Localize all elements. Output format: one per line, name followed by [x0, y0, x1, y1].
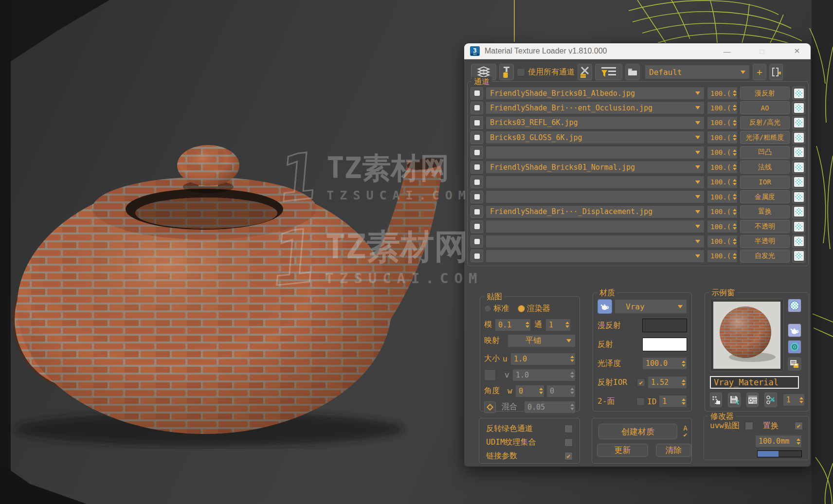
channel-preview-button[interactable] — [792, 131, 805, 144]
channel-preview-button[interactable] — [792, 250, 805, 263]
channel-enable-toggle[interactable] — [471, 250, 483, 262]
channel-amount-spinner[interactable]: 100.( — [707, 205, 738, 218]
channel-amount-spinner[interactable]: 100.( — [707, 131, 738, 144]
channel-preview-button[interactable] — [792, 161, 805, 174]
radio-renderer[interactable] — [518, 305, 525, 312]
channel-preview-button[interactable] — [792, 235, 805, 248]
update-button[interactable]: 更新 — [597, 444, 648, 457]
render-sample-button[interactable] — [788, 340, 801, 354]
channel-file-dropdown[interactable]: FriendlyShade_Bricks01_Normal.jpg — [486, 161, 705, 174]
displace-amount-spinner[interactable]: 100.0mm — [755, 435, 802, 448]
channel-slot-button[interactable]: 反射/高光 — [740, 116, 790, 129]
channel-amount-spinner[interactable]: 100.( — [707, 235, 738, 248]
channel-preview-button[interactable] — [792, 116, 805, 129]
use-all-channels-checkbox[interactable] — [517, 68, 525, 76]
save-material-button[interactable] — [728, 393, 740, 407]
udim-checkbox[interactable] — [564, 438, 573, 447]
sample-count-spinner[interactable]: 1 — [783, 394, 805, 406]
channel-slot-button[interactable]: 法线 — [740, 161, 790, 174]
create-material-button[interactable]: 创建材质 — [598, 424, 677, 439]
rename-preset-button[interactable] — [769, 64, 783, 80]
channel-preview-button[interactable] — [792, 87, 805, 100]
pin-add-button[interactable] — [499, 64, 514, 80]
mapping-dropdown[interactable]: 平铺 — [507, 334, 576, 347]
channel-file-dropdown[interactable] — [486, 190, 705, 203]
id-spinner[interactable]: 1 — [659, 395, 687, 408]
channel-file-dropdown[interactable]: Bricks03_GLOSS_6K.jpg — [486, 131, 705, 144]
reflect-ior-checkbox[interactable] — [637, 378, 645, 387]
preset-dropdown[interactable]: Default — [645, 65, 750, 79]
channel-slot-button[interactable]: 半透明 — [740, 235, 790, 248]
blur-spinner[interactable]: 0.1 — [495, 319, 531, 331]
diffuse-color-swatch[interactable] — [642, 319, 687, 332]
u-spinner[interactable]: 1.0 — [510, 353, 576, 365]
channel-file-dropdown[interactable] — [486, 176, 705, 189]
channel-enable-toggle[interactable] — [471, 87, 483, 100]
real-world-toggle[interactable] — [484, 401, 496, 413]
invert-green-checkbox[interactable] — [564, 425, 573, 433]
channel-amount-spinner[interactable]: 100.( — [707, 190, 738, 203]
channel-enable-toggle[interactable] — [471, 205, 483, 218]
channel-file-dropdown[interactable]: FriendlyShade_Bri···ent_Occlusion.jpg — [486, 101, 705, 114]
channel-file-dropdown[interactable]: FriendlyShade_Bricks01_Albedo.jpg — [486, 87, 705, 100]
channel-enable-toggle[interactable] — [471, 191, 483, 203]
map-channel-spinner[interactable]: 1 — [545, 319, 571, 331]
maximize-button[interactable]: □ — [754, 47, 770, 55]
channel-slot-button[interactable]: 不透明 — [740, 220, 790, 233]
channel-file-dropdown[interactable]: FriendlyShade_Bri···_Displacement.jpg — [486, 205, 705, 218]
open-folder-button[interactable] — [625, 64, 640, 80]
channel-enable-toggle[interactable] — [471, 146, 483, 159]
lock-uv-checkbox[interactable] — [484, 369, 496, 381]
uvw-map-checkbox[interactable] — [745, 422, 753, 430]
background-checker-button[interactable] — [788, 299, 801, 312]
channel-file-dropdown[interactable] — [486, 146, 705, 159]
w2-spinner[interactable]: 0 — [546, 385, 576, 397]
channel-enable-toggle[interactable] — [471, 161, 483, 174]
radio-standard[interactable] — [484, 305, 491, 312]
auto-checkbox[interactable] — [682, 432, 689, 438]
displace-checkbox[interactable] — [795, 422, 803, 430]
channel-slot-button[interactable]: IOR — [740, 176, 790, 189]
channel-enable-toggle[interactable] — [471, 131, 483, 144]
material-type-button[interactable] — [598, 299, 612, 314]
v-spinner[interactable]: 1.0 — [512, 369, 576, 381]
gloss-spinner[interactable]: 100.0 — [642, 357, 687, 370]
channel-slot-button[interactable]: 置换 — [740, 205, 790, 218]
clear-channels-button[interactable] — [578, 64, 592, 80]
channel-amount-spinner[interactable]: 100.( — [707, 101, 738, 114]
channel-enable-toggle[interactable] — [471, 176, 483, 188]
sample-teapot-button[interactable] — [788, 324, 801, 337]
ior-spinner[interactable]: 1.52 — [648, 376, 687, 389]
renderer-dropdown[interactable]: Vray — [615, 299, 687, 314]
add-preset-button[interactable]: + — [753, 64, 766, 80]
reflect-color-swatch[interactable] — [642, 338, 687, 351]
minimize-button[interactable]: — — [719, 47, 735, 55]
two-sided-checkbox[interactable] — [636, 397, 645, 406]
channel-slot-button[interactable]: 凹凸 — [740, 146, 790, 159]
channel-enable-toggle[interactable] — [471, 220, 483, 233]
channel-slot-button[interactable]: 自发光 — [740, 250, 790, 263]
slate-save-button[interactable] — [788, 357, 801, 371]
channel-slot-button[interactable]: 金属度 — [740, 190, 790, 203]
swap-nodes-button[interactable] — [764, 393, 777, 407]
channel-preview-button[interactable] — [792, 205, 805, 218]
link-params-checkbox[interactable] — [564, 452, 573, 460]
channel-preview-button[interactable] — [792, 101, 805, 114]
channel-enable-toggle[interactable] — [471, 102, 483, 114]
close-button[interactable]: ✕ — [789, 47, 805, 55]
channel-slot-button[interactable]: 光泽/粗糙度 — [740, 131, 790, 144]
channel-amount-spinner[interactable]: 100.( — [707, 220, 738, 233]
filter-button[interactable] — [595, 64, 622, 80]
material-name-input[interactable] — [710, 376, 799, 389]
assign-material-button[interactable] — [710, 393, 722, 407]
channel-file-dropdown[interactable]: Bricks03_REFL_6K.jpg — [486, 116, 705, 129]
blend-spinner[interactable]: 0.05 — [524, 401, 576, 414]
channel-amount-spinner[interactable]: 100.( — [707, 87, 738, 100]
channel-preview-button[interactable] — [792, 146, 805, 159]
channel-amount-spinner[interactable]: 100.( — [707, 116, 738, 129]
channel-file-dropdown[interactable] — [486, 235, 705, 248]
w-spinner[interactable]: 0 — [515, 385, 544, 397]
channel-enable-toggle[interactable] — [471, 116, 483, 129]
channel-amount-spinner[interactable]: 100.( — [707, 161, 738, 174]
channel-file-dropdown[interactable] — [486, 220, 705, 233]
